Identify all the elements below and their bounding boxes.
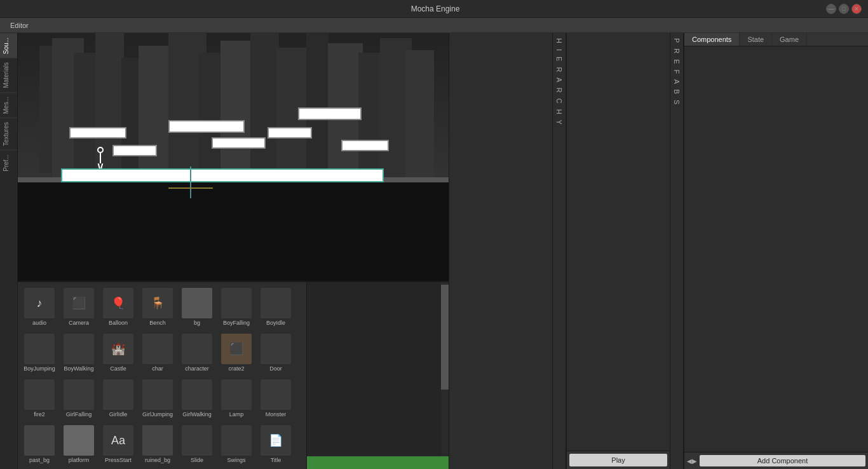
center-panel: ♪ audio ⬛ Camera 🎈 Balloon 🪑 Bench bg [18,33,449,469]
asset-label-bench: Bench [149,320,166,326]
asset-icon-symbol-balloon: 🎈 [111,296,125,310]
tab-sources[interactable]: Sou... [0,33,17,58]
asset-item-boywalking[interactable]: BoyWalking [60,330,98,375]
asset-item-swings[interactable]: Swings [217,422,255,466]
asset-label-past-bg: past_bg [29,457,50,463]
asset-item-slide[interactable]: Slide [178,422,216,466]
asset-icon-bg [182,288,212,318]
asset-item-bg[interactable]: bg [178,285,216,329]
console-input[interactable] [309,459,446,466]
asset-item-ruined-bg[interactable]: ruined_bg [139,422,177,466]
inspector-tab-game[interactable]: Game [772,33,807,46]
asset-grid: ♪ audio ⬛ Camera 🎈 Balloon 🪑 Bench bg [18,282,306,469]
asset-item-past-bg[interactable]: past_bg [20,422,58,466]
asset-item-camera[interactable]: ⬛ Camera [60,285,98,329]
inspector-tab-components[interactable]: Components [684,33,740,46]
hierarchy-container: H I E R A R C H Y [449,33,566,469]
console-output [307,282,441,456]
asset-icon-character [182,334,212,364]
asset-item-boyidle[interactable]: BoyIdle [257,285,295,329]
asset-item-bench[interactable]: 🪑 Bench [139,285,177,329]
asset-item-girljumping[interactable]: GirlJumping [139,376,177,421]
asset-label-girlfalling: GirlFalling [66,411,92,418]
asset-icon-girljumping [142,379,173,410]
asset-icon-swings [221,425,252,456]
asset-label-audio: audio [32,320,46,326]
asset-item-character[interactable]: character [178,330,216,375]
asset-item-boyfalling[interactable]: BoyFalling [217,285,255,329]
menu-editor[interactable]: Editor [5,20,34,31]
asset-label-balloon: Balloon [109,320,128,326]
asset-item-fire2[interactable]: fire2 [20,376,58,421]
asset-item-pressstart[interactable]: Aa PressStart [99,422,137,466]
asset-icon-symbol-camera: ⬛ [72,296,86,310]
asset-item-door[interactable]: Door [257,330,295,375]
asset-item-boyjumping[interactable]: BoyJumping [20,330,58,375]
asset-icon-char [142,334,173,364]
tab-textures[interactable]: Textures [0,118,17,150]
add-component-bar: ◀ ▶ Add Component [684,452,868,469]
asset-icon-boyidle [261,288,291,318]
add-component-button[interactable]: Add Component [700,455,865,466]
asset-item-girlidle[interactable]: GirlIdle [99,376,137,421]
hierarchy-panel: H I E R A R C H Y [449,33,566,469]
asset-icon-platform [64,425,94,456]
viewport [18,33,449,282]
prefabs-list[interactable] [567,33,670,451]
asset-icon-audio: ♪ [24,288,55,318]
hierarchy-side-label: H I E R A R C H Y [552,33,566,469]
platform-5 [268,127,312,139]
inspector-content[interactable] [684,46,868,452]
asset-item-girlwalking[interactable]: GirlWalking [178,376,216,421]
inspector-tab-state[interactable]: State [740,33,772,46]
asset-label-bg: bg [194,320,200,326]
asset-label-boyfalling: BoyFalling [223,320,250,326]
asset-item-crate2[interactable]: ⬛ crate2 [217,330,255,375]
app-title: Mocha Engine [44,4,826,13]
component-scroll-up[interactable]: ◀ [687,458,692,465]
asset-label-character: character [185,365,209,372]
asset-icon-fire2 [24,379,55,410]
console-scrollbar-thumb[interactable] [441,285,449,389]
asset-icon-symbol-bench: 🪑 [151,296,165,310]
asset-label-crate2: crate2 [228,365,244,372]
asset-item-char[interactable]: char [139,330,177,375]
asset-label-slide: Slide [191,457,203,463]
building-16 [405,50,434,180]
assets-scroll[interactable]: ♪ audio ⬛ Camera 🎈 Balloon 🪑 Bench bg [18,282,306,469]
close-button[interactable]: ✕ [851,4,862,14]
asset-icon-past-bg [24,425,55,456]
bottom-panel: ♪ audio ⬛ Camera 🎈 Balloon 🪑 Bench bg [18,282,449,469]
add-component-arrows: ◀ ▶ [687,458,697,465]
asset-item-girlfalling[interactable]: GirlFalling [60,376,98,421]
tab-meshes[interactable]: Mes... [0,92,17,118]
play-button-container: Play [567,451,670,469]
asset-icon-door [261,334,291,364]
asset-icon-castle: 🏰 [103,334,133,364]
asset-item-balloon[interactable]: 🎈 Balloon [99,285,137,329]
asset-icon-camera: ⬛ [64,288,94,318]
minimize-button[interactable]: — [826,4,836,14]
asset-item-castle[interactable]: 🏰 Castle [99,330,137,375]
asset-label-lamp: Lamp [229,411,244,418]
hierarchy-list[interactable] [449,33,552,469]
asset-item-audio[interactable]: ♪ audio [20,285,58,329]
console-scrollbar[interactable] [441,282,449,456]
platform-2 [112,145,157,156]
prefabs-side-label: P R E F A B S [670,33,683,469]
asset-icon-slide [182,425,212,456]
asset-label-girljumping: GirlJumping [142,411,173,418]
asset-item-platform[interactable]: platform [60,422,98,466]
asset-icon-ruined-bg [142,425,173,456]
ground-black [18,179,449,281]
assets-area: ♪ audio ⬛ Camera 🎈 Balloon 🪑 Bench bg [18,282,307,469]
maximize-button[interactable]: □ [839,4,849,14]
character-sprite [95,147,105,170]
tab-materials[interactable]: Materials [0,58,17,92]
asset-item-lamp[interactable]: Lamp [217,376,255,421]
tab-prefabs-side[interactable]: Pref... [0,150,17,175]
component-scroll-down[interactable]: ▶ [692,458,697,465]
play-button[interactable]: Play [569,454,667,466]
asset-item-title[interactable]: 📄 Title [257,422,295,466]
asset-item-monster[interactable]: Monster [257,376,295,421]
